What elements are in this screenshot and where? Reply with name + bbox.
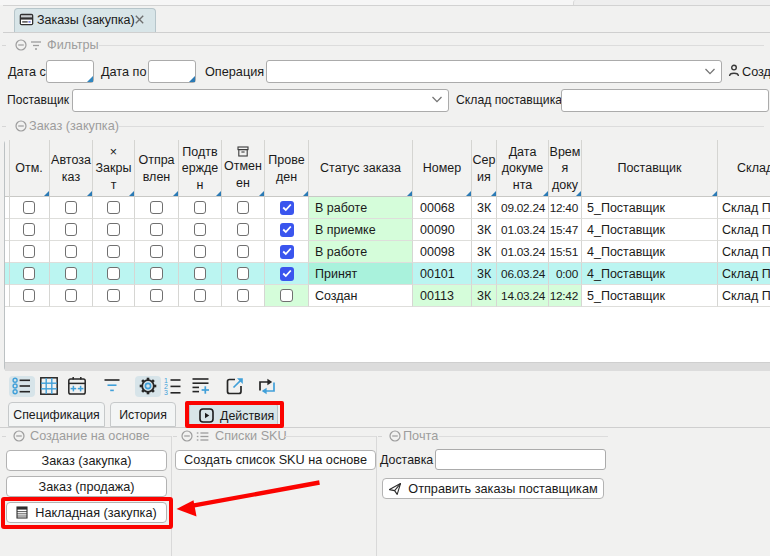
svg-text:3: 3 (164, 389, 168, 396)
